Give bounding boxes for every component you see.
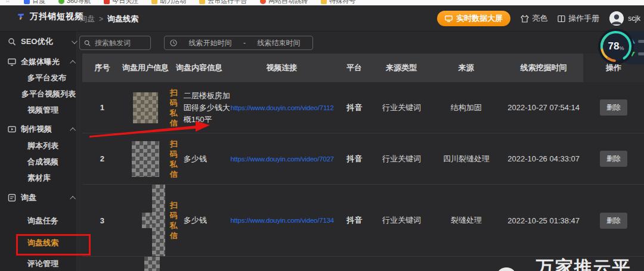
breadcrumb-current: 询盘线索 [107,14,138,24]
widget-text-stub [638,52,644,55]
col-header-video-link: 视频连接 [230,54,334,82]
app-logo[interactable]: 万抖销短视频 [17,11,83,22]
gauge-unit: % [619,45,624,51]
sidebar-item-label: 脚本列表 [27,141,58,151]
live-data-screen-button[interactable]: 实时数据大屏 [437,11,510,26]
sidebar-item-multi-platform-video-list[interactable]: 多平台视频列表 [0,86,98,102]
delete-button[interactable]: 删除 [600,99,627,116]
bookmark-item[interactable]: 云市运行平台 [199,0,247,5]
blurred-user-avatar [132,141,159,177]
video-link[interactable]: https://www.douyin.com/video/7134 [230,217,334,224]
leads-table: 序号 询盘用户信息 询盘内容信息 视频连接 平台 来源类型 来源 线索挖掘时间 … [82,54,644,271]
wechat-icon [496,265,528,271]
bookmark-item[interactable]: 今日关注 [104,0,138,5]
bookmark-item[interactable]: 助力活动 [151,0,186,5]
bookmark-label: 360导航 [67,0,91,5]
search-box[interactable] [79,36,151,50]
chevron-up-icon [70,127,76,133]
bookmark-item[interactable]: 特殊符号 [321,0,355,5]
cell-user-info [122,82,169,133]
sidebar-item-comment-manage[interactable]: 评论管理 [0,256,104,271]
blurred-user-avatar [152,185,165,256]
lead-start-placeholder: 线索开始时间 [182,38,239,48]
theme-shirt-icon [521,15,529,23]
table-row: 3 扫码私信 多少钱 https://www.douyin.com/video/… [82,184,644,256]
bookmark-star-icon[interactable]: ☆ [5,0,11,4]
sidebar-item-inquiry-leads[interactable]: 询盘线索 [0,235,104,251]
sidebar-item-compose-video[interactable]: 合成视频 [0,154,104,170]
bookmark-label: 今日关注 [112,0,138,5]
sidebar-item-inquiry-task[interactable]: 询盘任务 [0,213,104,229]
score-gauge[interactable]: 78 % [597,28,634,65]
cell-content-info: 扫码私信 多少钱 [169,185,230,256]
cell-source-type: 行业关键词 [375,82,429,133]
main-content: 线索开始时间 - 线索结束时间 序号 询盘用户信息 询盘内容信息 视频连接 平台… [77,31,644,271]
sidebar-group-label: SEO优化 [21,36,67,47]
bookmark-item[interactable]: 360导航 [58,0,91,5]
sidebar-group-inquiry[interactable]: 询盘 [0,190,84,205]
folder-icon [151,0,157,4]
filter-bar: 线索开始时间 - 线索结束时间 [79,36,313,50]
logo-icon [17,13,25,21]
sidebar-item-script-list[interactable]: 脚本列表 [0,138,104,154]
cell-mined-time: 2022-10-25 01:38:47 [504,185,583,256]
cell-action: 删除 [583,185,644,256]
sidebar-group-seo[interactable]: SEO优化 [0,34,84,49]
bookmark-label: 百度 [32,0,45,5]
table-header-row: 序号 询盘用户信息 询盘内容信息 视频连接 平台 来源类型 来源 线索挖掘时间 … [82,54,644,82]
app-screen: ☆ 百度 360导航 今日关注 助力活动 云市运行平台 网站自动跳转 特殊符号 [0,0,644,271]
sidebar-item-video-manage[interactable]: 视频管理 [0,102,104,118]
col-header-user-info: 询盘用户信息 [122,54,169,82]
sidebar-item-multi-platform-publish[interactable]: 多平台发布 [0,70,104,86]
lead-date-range-picker[interactable]: 线索开始时间 - 线索结束时间 [164,36,313,50]
delete-button[interactable]: 删除 [600,151,627,167]
sidebar-group-make-video[interactable]: 制作视频 [0,122,84,137]
col-header-platform: 平台 [334,54,374,82]
clock-icon [170,39,177,46]
cell-user-info [122,185,169,256]
breadcrumb-separator-icon: > [99,15,103,23]
user-avatar[interactable] [609,11,624,26]
site-icon [260,0,266,4]
sidebar-group-media[interactable]: 全媒体曝光 [0,54,84,70]
lead-end-placeholder: 线索结束时间 [250,38,307,48]
manual-link[interactable]: 操作手册 [558,13,599,24]
person-icon [609,11,624,26]
inquiry-content: 多少钱 [184,214,230,226]
table-row: 2 扫码私信 多少钱 https://www.douyin.com/video/… [82,133,644,184]
app-name: 万抖销短视频 [30,11,83,22]
360-icon [58,0,64,4]
search-trigger-word-input[interactable] [94,38,146,48]
bookmark-item[interactable]: 网站自动跳转 [260,0,308,5]
sidebar-item-material-library[interactable]: 素材库 [0,170,104,186]
manual-label: 操作手册 [568,13,599,24]
sidebar-item-label: 视频管理 [27,105,58,116]
breadcrumb-parent[interactable]: 询盘 [79,14,95,24]
blurred-user-avatar [144,257,160,271]
sidebar-group-label: 制作视频 [21,124,67,135]
bookmark-item[interactable]: 百度 [24,0,45,5]
theme-toggle[interactable]: 亮色 [521,13,547,24]
gauge-value-wrap: 78 % [597,28,634,65]
folder-icon [199,0,205,4]
cell-user-info [122,133,169,184]
cell-platform: 抖音 [335,133,375,184]
app-header: 万抖销短视频 询盘 > 询盘线索 实时数据大屏 亮色 [0,5,644,32]
theme-label: 亮色 [532,13,547,24]
cell-platform: 抖音 [335,185,375,256]
delete-button[interactable]: 删除 [600,213,627,229]
sidebar-group-label: 全媒体曝光 [21,57,67,67]
monitor-icon [445,15,453,22]
cell-source: 四川裂缝处理 [428,133,504,184]
scan-qr-private-msg-badge: 扫码私信 [169,139,178,179]
username[interactable]: scjk [628,14,640,23]
video-link[interactable]: https://www.douyin.com/video/7112 [231,104,334,111]
col-header-source: 来源 [428,54,504,82]
bookmark-label: 助力活动 [160,0,186,5]
sidebar: SEO优化 全媒体曝光 多平台发布 多平台视频列表 视频管理 制作视频 [0,31,77,271]
baidu-icon [24,0,30,4]
cell-video-link: https://www.douyin.com/video/7112 [230,82,335,133]
video-link[interactable]: https://www.douyin.com/video/7027 [230,155,334,163]
breadcrumb: 询盘 > 询盘线索 [79,14,138,24]
search-icon [84,40,91,46]
